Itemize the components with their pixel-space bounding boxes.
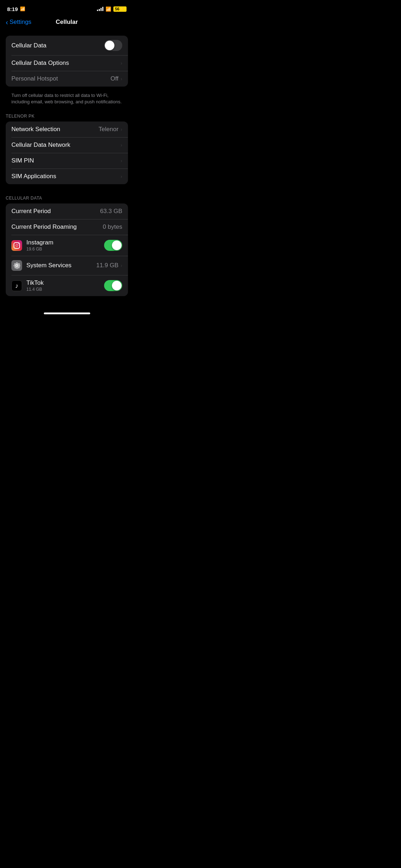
chevron-icon: › (120, 142, 122, 148)
network-selection-label: Network Selection (11, 126, 60, 133)
sim-applications-label: SIM Applications (11, 173, 56, 180)
current-period-amount: 63.3 GB (100, 208, 122, 215)
status-icons: 📶 56 ⚡ (97, 6, 127, 12)
telenor-section-label: TELENOR PK (0, 111, 134, 122)
status-time: 8:19 📶 (7, 6, 25, 12)
gear-icon (13, 262, 20, 269)
sim-pin-row[interactable]: SIM PIN › (6, 153, 128, 169)
system-services-row[interactable]: System Services 11.9 GB › (6, 256, 128, 275)
chevron-icon: › (120, 158, 122, 164)
main-settings-card: Cellular Data Cellular Data Options › Pe… (6, 36, 128, 87)
personal-hotspot-label: Personal Hotspot (11, 75, 58, 82)
personal-hotspot-status: Off (110, 75, 118, 82)
cellular-data-section: CELLULAR DATA Current Period 63.3 GB Cur… (0, 193, 134, 296)
chevron-icon: › (120, 126, 122, 132)
nav-bar: ‹ Settings Cellular (0, 16, 134, 30)
system-services-usage: 11.9 GB (96, 262, 118, 269)
page-title: Cellular (56, 19, 78, 26)
settings-content: Cellular Data Cellular Data Options › Pe… (0, 30, 134, 306)
chevron-icon: › (120, 174, 122, 179)
battery-badge: 56 ⚡ (113, 6, 127, 12)
current-period-roaming-label: Current Period Roaming (11, 223, 77, 231)
system-services-app-icon (11, 260, 22, 271)
current-period-roaming-value: 0 bytes (103, 223, 122, 231)
personal-hotspot-value: Off › (110, 75, 122, 82)
cellular-description: Turn off cellular data to restrict all d… (0, 89, 134, 111)
tiktok-logo-icon: ♪ (15, 283, 19, 289)
tiktok-row[interactable]: ♪ TikTok 11.4 GB (6, 275, 128, 296)
toggle-knob (112, 241, 122, 250)
tiktok-usage: 11.4 GB (26, 287, 44, 292)
activity-icon: 📶 (20, 6, 25, 11)
wifi-icon: 📶 (106, 6, 111, 12)
current-period-roaming-row: Current Period Roaming 0 bytes (6, 219, 128, 235)
cellular-data-network-label-group: Cellular Data Network (11, 141, 120, 149)
time-label: 8:19 (7, 6, 18, 12)
sim-pin-label: SIM PIN (11, 157, 34, 164)
instagram-toggle[interactable] (104, 240, 122, 251)
chevron-icon: › (120, 76, 122, 82)
system-services-value: 11.9 GB › (96, 262, 122, 269)
home-indicator (44, 312, 90, 314)
tiktok-label: TikTok (26, 279, 44, 286)
current-period-roaming-label-group: Current Period Roaming (11, 223, 103, 231)
sim-applications-row[interactable]: SIM Applications › (6, 169, 128, 184)
telenor-settings-card: Network Selection Telenor › Cellular Dat… (6, 122, 128, 184)
instagram-dot-icon (18, 243, 19, 244)
sim-applications-label-group: SIM Applications (11, 173, 120, 180)
personal-hotspot-label-group: Personal Hotspot (11, 75, 110, 82)
instagram-row[interactable]: Instagram 19.6 GB (6, 235, 128, 256)
tiktok-label-group: ♪ TikTok 11.4 GB (11, 279, 104, 292)
system-services-label: System Services (26, 262, 72, 269)
current-period-label-group: Current Period (11, 208, 100, 215)
instagram-label: Instagram (26, 239, 53, 246)
cellular-data-network-row[interactable]: Cellular Data Network › (6, 137, 128, 153)
sim-pin-label-group: SIM PIN (11, 157, 120, 164)
network-selection-label-group: Network Selection (11, 126, 99, 133)
current-period-roaming-amount: 0 bytes (103, 223, 122, 231)
personal-hotspot-row[interactable]: Personal Hotspot Off › (6, 71, 128, 87)
current-period-row: Current Period 63.3 GB (6, 203, 128, 219)
tiktok-text-group: TikTok 11.4 GB (26, 279, 44, 292)
instagram-camera-icon (14, 242, 20, 249)
network-selection-row[interactable]: Network Selection Telenor › (6, 122, 128, 137)
tiktok-app-icon: ♪ (11, 280, 22, 291)
current-period-value: 63.3 GB (100, 208, 122, 215)
instagram-text-group: Instagram 19.6 GB (26, 239, 53, 252)
battery-lightning: ⚡ (120, 7, 125, 11)
chevron-icon: › (120, 60, 122, 66)
toggle-knob (105, 41, 114, 50)
signal-icon (97, 7, 103, 11)
cellular-data-settings-group: Current Period 63.3 GB Current Period Ro… (6, 203, 128, 296)
chevron-icon: › (120, 263, 122, 268)
battery-level: 56 (115, 7, 119, 11)
cellular-data-row[interactable]: Cellular Data (6, 36, 128, 55)
network-selection-value: Telenor › (99, 126, 122, 133)
instagram-app-icon (11, 240, 22, 251)
network-name: Telenor (99, 126, 119, 133)
sim-pin-value: › (120, 158, 122, 164)
cellular-data-toggle[interactable] (104, 40, 122, 51)
tiktok-toggle[interactable] (104, 280, 122, 291)
cellular-data-options-label-group: Cellular Data Options (11, 60, 120, 67)
back-label: Settings (10, 19, 31, 26)
cellular-data-label: Cellular Data (11, 42, 46, 49)
back-chevron-icon: ‹ (6, 19, 8, 26)
cellular-data-network-value: › (120, 142, 122, 148)
system-services-label-group: System Services (11, 260, 96, 271)
telenor-settings-group: Network Selection Telenor › Cellular Dat… (6, 122, 128, 184)
back-button[interactable]: ‹ Settings (6, 19, 31, 26)
main-settings-group: Cellular Data Cellular Data Options › Pe… (6, 36, 128, 87)
cellular-data-settings-card: Current Period 63.3 GB Current Period Ro… (6, 203, 128, 296)
cellular-data-options-row[interactable]: Cellular Data Options › (6, 55, 128, 71)
cellular-data-network-label: Cellular Data Network (11, 141, 70, 149)
home-indicator-container (0, 306, 134, 320)
instagram-usage: 19.6 GB (26, 247, 53, 252)
status-bar: 8:19 📶 📶 56 ⚡ (0, 0, 134, 16)
current-period-label: Current Period (11, 208, 51, 215)
cellular-data-options-label: Cellular Data Options (11, 60, 69, 67)
cellular-data-section-label: CELLULAR DATA (0, 193, 134, 203)
sim-applications-value: › (120, 174, 122, 179)
cellular-data-options-value: › (120, 60, 122, 66)
toggle-knob (112, 281, 122, 290)
